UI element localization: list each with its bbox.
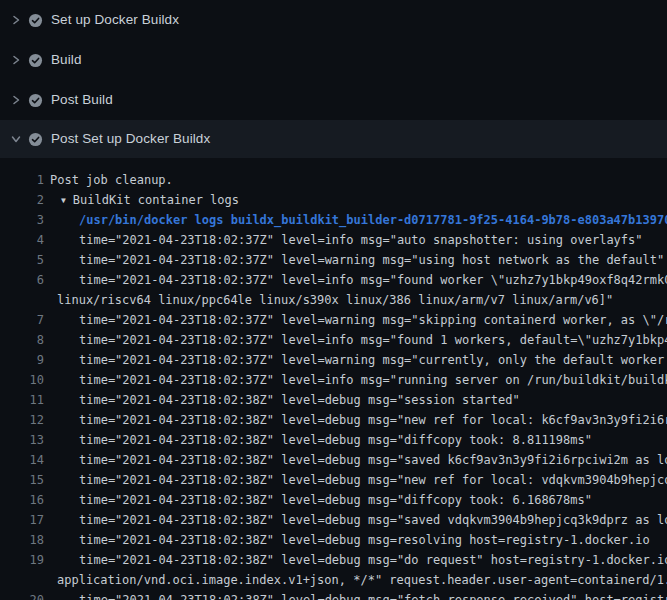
chevron-right-icon (10, 54, 22, 66)
log-line-number[interactable]: 19 (0, 550, 44, 570)
log-line-number[interactable]: 5 (0, 250, 44, 270)
log-line-text: time="2021-04-23T18:02:37Z" level=info m… (44, 270, 667, 290)
log-line-text: time="2021-04-23T18:02:37Z" level=info m… (44, 330, 667, 350)
log-line-number[interactable]: 15 (0, 470, 44, 490)
log-line-text: ▼BuildKit container logs (44, 190, 239, 212)
chevron-right-icon (10, 94, 22, 106)
check-circle-icon (28, 132, 43, 147)
log-line: 20 time="2021-04-23T18:02:38Z" level=deb… (0, 590, 667, 600)
log-line-number[interactable]: 18 (0, 530, 44, 550)
log-line: 16 time="2021-04-23T18:02:38Z" level=deb… (0, 490, 667, 510)
log-line-number[interactable]: 16 (0, 490, 44, 510)
log-line-text: time="2021-04-23T18:02:38Z" level=debug … (44, 550, 667, 570)
log-line-text: time="2021-04-23T18:02:37Z" level=warnin… (44, 350, 667, 370)
log-line-number[interactable]: 10 (0, 370, 44, 390)
log-line: 12 time="2021-04-23T18:02:38Z" level=deb… (0, 410, 667, 430)
log-line-number[interactable]: 7 (0, 310, 44, 330)
log-line-text: time="2021-04-23T18:02:38Z" level=debug … (44, 390, 520, 410)
log-line-text: Post job cleanup. (44, 170, 173, 190)
step-build[interactable]: Build (0, 40, 667, 80)
log-line: 17 time="2021-04-23T18:02:38Z" level=deb… (0, 510, 667, 530)
workflow-log-panel: Set up Docker Buildx Build P (0, 0, 667, 600)
log-line-text: time="2021-04-23T18:02:38Z" level=debug … (44, 590, 667, 600)
check-circle-icon (28, 13, 43, 28)
log-line: 3 /usr/bin/docker logs buildx_buildkit_b… (0, 210, 667, 230)
step-post-build[interactable]: Post Build (0, 80, 667, 120)
steps-list: Set up Docker Buildx Build P (0, 0, 667, 158)
log-line-number[interactable]: 3 (0, 210, 44, 230)
log-line: 4 time="2021-04-23T18:02:37Z" level=info… (0, 230, 667, 250)
log-line-text: time="2021-04-23T18:02:38Z" level=debug … (44, 430, 592, 450)
log-line-number[interactable]: 9 (0, 350, 44, 370)
log-line: 7 time="2021-04-23T18:02:37Z" level=warn… (0, 310, 667, 330)
log-line: 9 time="2021-04-23T18:02:37Z" level=warn… (0, 350, 667, 370)
log-line: 18 time="2021-04-23T18:02:38Z" level=deb… (0, 530, 667, 550)
log-area: 1 Post job cleanup. 2 ▼BuildKit containe… (0, 158, 667, 600)
log-line-number[interactable]: 8 (0, 330, 44, 350)
log-line: 14 time="2021-04-23T18:02:38Z" level=deb… (0, 450, 667, 470)
log-line-number[interactable]: 4 (0, 230, 44, 250)
log-line-number[interactable]: 12 (0, 410, 44, 430)
log-line-text: time="2021-04-23T18:02:38Z" level=debug … (44, 510, 667, 530)
log-line-text: time="2021-04-23T18:02:38Z" level=debug … (44, 470, 667, 490)
log-line-text: time="2021-04-23T18:02:37Z" level=warnin… (44, 310, 667, 330)
log-line-number[interactable]: 1 (0, 170, 44, 190)
step-post-set-up-docker-buildx[interactable]: Post Set up Docker Buildx (0, 120, 667, 158)
log-line[interactable]: 2 ▼BuildKit container logs (0, 190, 667, 210)
log-line-number[interactable]: 6 (0, 270, 44, 290)
check-circle-icon (28, 93, 43, 108)
log-line-number[interactable]: 17 (0, 510, 44, 530)
log-line-number[interactable]: 14 (0, 450, 44, 470)
step-set-up-docker-buildx[interactable]: Set up Docker Buildx (0, 0, 667, 40)
log-group-label: BuildKit container logs (73, 193, 239, 207)
log-line-text: time="2021-04-23T18:02:38Z" level=debug … (44, 530, 650, 550)
log-line: 11 time="2021-04-23T18:02:38Z" level=deb… (0, 390, 667, 410)
log-line-number[interactable]: 20 (0, 590, 44, 600)
log-line: 6 time="2021-04-23T18:02:37Z" level=info… (0, 270, 667, 290)
log-line: 13 time="2021-04-23T18:02:38Z" level=deb… (0, 430, 667, 450)
log-line-text: application/vnd.oci.image.index.v1+json,… (44, 570, 667, 590)
chevron-right-icon (10, 14, 22, 26)
log-line: 10 time="2021-04-23T18:02:37Z" level=inf… (0, 370, 667, 390)
step-label: Post Set up Docker Buildx (51, 131, 210, 147)
log-line-number[interactable]: 13 (0, 430, 44, 450)
log-line: 5 time="2021-04-23T18:02:37Z" level=warn… (0, 250, 667, 270)
log-line: linux/riscv64 linux/ppc64le linux/s390x … (0, 290, 667, 310)
chevron-down-icon (10, 133, 22, 145)
step-label: Post Build (51, 92, 113, 108)
log-line-text: time="2021-04-23T18:02:38Z" level=debug … (44, 450, 667, 470)
log-line: application/vnd.oci.image.index.v1+json,… (0, 570, 667, 590)
log-line-text: linux/riscv64 linux/ppc64le linux/s390x … (44, 290, 613, 310)
log-line-text: time="2021-04-23T18:02:37Z" level=warnin… (44, 250, 664, 270)
collapse-triangle-icon: ▼ (61, 191, 66, 211)
log-line-text: time="2021-04-23T18:02:38Z" level=debug … (44, 410, 667, 430)
log-line-text: time="2021-04-23T18:02:37Z" level=info m… (44, 230, 643, 250)
log-line-number[interactable]: 2 (0, 190, 44, 210)
log-line-text: time="2021-04-23T18:02:37Z" level=info m… (44, 370, 667, 390)
log-line-number[interactable]: 11 (0, 390, 44, 410)
check-circle-icon (28, 53, 43, 68)
log-line-text: /usr/bin/docker logs buildx_buildkit_bui… (44, 210, 667, 230)
log-line-text: time="2021-04-23T18:02:38Z" level=debug … (44, 490, 592, 510)
step-label: Build (51, 52, 82, 68)
log-line: 1 Post job cleanup. (0, 170, 667, 190)
log-line: 19 time="2021-04-23T18:02:38Z" level=deb… (0, 550, 667, 570)
step-label: Set up Docker Buildx (51, 12, 179, 28)
log-line: 8 time="2021-04-23T18:02:37Z" level=info… (0, 330, 667, 350)
log-line: 15 time="2021-04-23T18:02:38Z" level=deb… (0, 470, 667, 490)
